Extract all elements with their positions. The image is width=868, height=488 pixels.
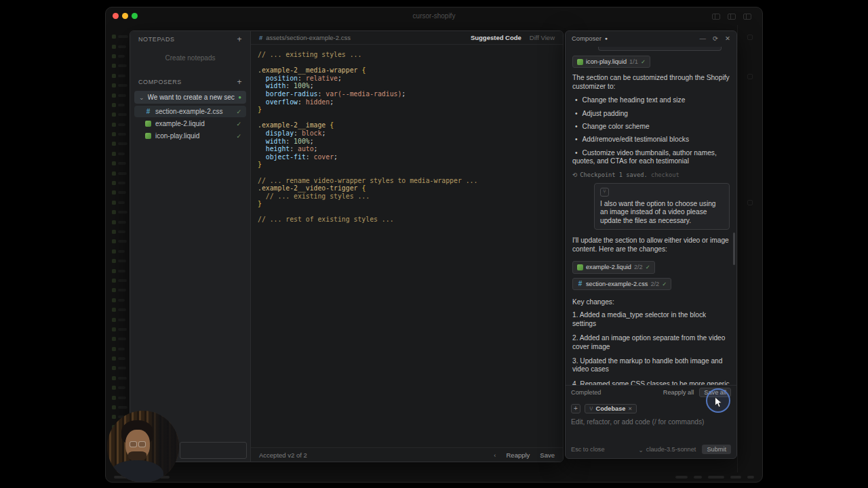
accepted-status: Accepted v2 of 2 (259, 451, 307, 459)
composers-header-label: COMPOSERS (138, 79, 182, 85)
composer-messages[interactable]: icon-play.liquid 1/1 ✓ The section can b… (566, 45, 736, 385)
composer-item-label: We want to create a new section ... (148, 94, 235, 101)
notepads-header-label: NOTEPADS (138, 36, 175, 43)
composer-file-example-liquid[interactable]: example-2.liquid ✓ (134, 118, 246, 129)
toggle-secondary-sidebar-icon[interactable] (743, 14, 751, 20)
toggle-sidebar-icon[interactable] (712, 14, 720, 20)
bullet-icon: • (575, 123, 578, 130)
notepads-section-header: NOTEPADS + (130, 31, 250, 46)
composer-footer: Esc to close ⌄ claude-3.5-sonnet Submit (566, 443, 736, 458)
chip-count: 1/1 (629, 58, 638, 66)
create-notepads-hint[interactable]: Create notepads (130, 46, 250, 74)
previous-version-button[interactable]: ‹ (494, 451, 496, 459)
key-changes-list: 1. Added a media_type selector in the bl… (572, 311, 730, 385)
reload-icon[interactable]: ⟳ (713, 35, 718, 42)
chip-count: 2/2 (650, 280, 659, 288)
check-icon: ✓ (236, 133, 241, 140)
tab-suggested-code[interactable]: Suggested Code (471, 34, 521, 41)
bullet-icon: • (575, 136, 578, 143)
save-button[interactable]: Save (540, 451, 555, 459)
add-composer-button[interactable]: + (237, 79, 242, 85)
liquid-file-icon (145, 133, 151, 139)
chip-file-name: example-2.liquid (586, 263, 631, 271)
add-notepad-button[interactable]: + (237, 36, 242, 43)
checkpoint-row: ⟲Checkpoint 1 saved. checkout (572, 171, 730, 179)
key-change-item: 2. Added an image option separate from t… (572, 334, 730, 351)
composer-overlay: NOTEPADS + Create notepads COMPOSERS + ⌄… (130, 30, 564, 462)
active-composer-item[interactable]: ⌄ We want to create a new section ... ● (134, 91, 246, 104)
bullet-icon: • (575, 96, 578, 104)
breadcrumb-path: assets/section-example-2.css (266, 34, 351, 41)
webcam-overlay (107, 411, 179, 483)
editor-view-tabs: Suggested Code Diff View (471, 34, 555, 41)
codebase-chip-label: Codebase (596, 405, 626, 412)
bullet-item: •Adjust padding (572, 110, 730, 118)
composer-header: Composer ● — ⟳ ✕ (566, 31, 736, 45)
check-icon: ✓ (641, 58, 646, 66)
mouse-cursor (714, 396, 723, 408)
composer-title-group: Composer ● (572, 35, 608, 42)
webcam-person-beard (128, 451, 147, 461)
file-name: example-2.liquid (155, 120, 205, 127)
chip-count: 2/2 (634, 263, 643, 271)
customizer-bullet-list: •Change the heading text and size •Adjus… (572, 96, 730, 165)
minimize-icon[interactable]: — (700, 35, 707, 42)
completed-status: Completed (571, 389, 601, 396)
sidebar-input-box[interactable] (180, 442, 247, 459)
window-title: cursor-shopify (106, 12, 762, 20)
composer-file-icon-play[interactable]: icon-play.liquid ✓ (134, 130, 246, 142)
remove-context-icon[interactable]: × (628, 405, 631, 412)
file-chip-section-css[interactable]: # section-example-2.css 2/2 ✓ (572, 278, 671, 290)
file-chip-icon-play[interactable]: icon-play.liquid 1/1 ✓ (572, 56, 650, 68)
breadcrumb: # assets/section-example-2.css (259, 34, 351, 41)
chevron-down-icon: ⌄ (139, 94, 144, 101)
css-file-icon: # (259, 34, 262, 41)
check-icon: ✓ (236, 121, 241, 127)
chevron-down-icon: ⌄ (638, 446, 644, 453)
reapply-all-button[interactable]: Reapply all (663, 389, 694, 396)
composer-header-icons: — ⟳ ✕ (700, 35, 730, 42)
webcam-person-glasses (127, 441, 149, 448)
screen: cursor-shopify (0, 0, 868, 488)
close-icon[interactable]: ✕ (725, 35, 730, 42)
composer-prompt-input[interactable]: Edit, refactor, or add code (/ for comma… (571, 418, 731, 441)
toggle-panel-icon[interactable] (728, 14, 736, 20)
code-content[interactable]: // ... existing styles ... .example-2__m… (251, 45, 563, 447)
assistant-paragraph: The section can be customized through th… (572, 74, 730, 91)
key-change-item: 4. Renamed some CSS classes to be more g… (572, 380, 730, 385)
add-context-button[interactable]: + (571, 404, 580, 413)
file-chip-example-liquid[interactable]: example-2.liquid 2/2 ✓ (572, 261, 655, 273)
titlebar: cursor-shopify (106, 7, 762, 24)
bullet-item: •Customize video thumbnails, author name… (572, 149, 730, 166)
cursor-window: cursor-shopify (105, 7, 763, 483)
dim-right-strip (737, 25, 762, 472)
branch-icon: ⑂ (589, 405, 593, 412)
checkpoint-label: Checkpoint 1 saved. (580, 171, 647, 178)
esc-hint: Esc to close (571, 446, 605, 453)
checkpoint-checkout-link[interactable]: checkout (651, 171, 679, 178)
model-selector[interactable]: claude-3.5-sonnet (646, 446, 696, 453)
key-change-item: 3. Updated the markup to handle both ima… (572, 357, 730, 374)
submit-button[interactable]: Submit (702, 445, 731, 454)
dim-icon (747, 200, 753, 205)
bullet-item: •Add/remove/edit testimonial blocks (572, 136, 730, 144)
chip-file-name: icon-play.liquid (586, 58, 627, 66)
dim-file-tree (107, 29, 130, 471)
key-changes-label: Key changes: (572, 298, 730, 306)
notepads-sidebar: NOTEPADS + Create notepads COMPOSERS + ⌄… (130, 31, 251, 462)
clipped-message-fragment (598, 47, 722, 51)
bullet-item: •Change color scheme (572, 123, 730, 131)
composer-scrollbar[interactable] (733, 232, 735, 265)
reapply-button[interactable]: Reapply (506, 451, 530, 459)
bullet-item: •Change the heading text and size (572, 96, 730, 104)
unsaved-dot-icon: ● (238, 94, 241, 100)
check-icon: ✓ (646, 263, 650, 271)
editor-footer: Accepted v2 of 2 ‹ Reapply Save (251, 447, 563, 462)
composer-title: Composer (572, 35, 601, 42)
tab-diff-view[interactable]: Diff View (530, 34, 555, 41)
codebase-context-chip[interactable]: ⑂ Codebase × (585, 404, 637, 413)
editor-header: # assets/section-example-2.css Suggested… (251, 31, 563, 45)
composer-file-section-css[interactable]: # section-example-2.css ✓ (134, 106, 246, 117)
check-icon: ✓ (236, 108, 241, 115)
chip-file-name: section-example-2.css (586, 280, 648, 288)
